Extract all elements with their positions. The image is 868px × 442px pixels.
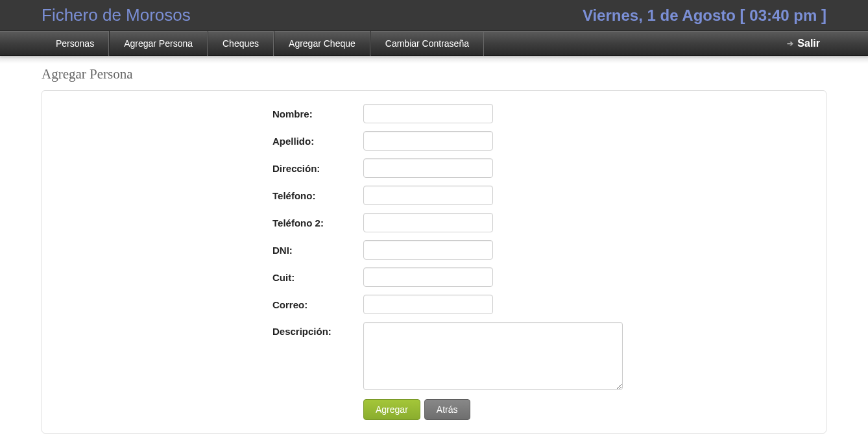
form-row-nombre: Nombre: [272, 104, 813, 123]
form-row-dni: DNI: [272, 240, 813, 260]
form-row-cuit: Cuit: [272, 267, 813, 287]
nav-item-cambiar-contrasena[interactable]: Cambiar Contraseña [370, 31, 484, 56]
input-dni[interactable] [363, 240, 493, 260]
topbar: Fichero de Morosos Viernes, 1 de Agosto … [0, 0, 868, 31]
nav-item-agregar-persona[interactable]: Agregar Persona [109, 31, 208, 56]
form-row-telefono: Teléfono: [272, 186, 813, 205]
input-telefono[interactable] [363, 186, 493, 205]
button-row: Agregar Atrás [363, 399, 813, 420]
label-cuit: Cuit: [272, 272, 363, 283]
form-row-descripcion: Descripción: [272, 322, 813, 390]
app-title: Fichero de Morosos [42, 5, 191, 25]
textarea-descripcion[interactable] [363, 322, 623, 390]
input-telefono2[interactable] [363, 213, 493, 232]
datetime-display: Viernes, 1 de Agosto [ 03:40 pm ] [583, 6, 826, 25]
form-row-correo: Correo: [272, 295, 813, 314]
label-direccion: Dirección: [272, 163, 363, 174]
form-row-telefono2: Teléfono 2: [272, 213, 813, 232]
form-panel: Nombre: Apellido: Dirección: Teléfono: T… [42, 90, 826, 434]
input-cuit[interactable] [363, 267, 493, 287]
label-descripcion: Descripción: [272, 322, 363, 337]
label-telefono2: Teléfono 2: [272, 217, 363, 228]
logout-link[interactable]: ➔ Salir [780, 38, 826, 49]
input-correo[interactable] [363, 295, 493, 314]
nav-item-agregar-cheque[interactable]: Agregar Cheque [274, 31, 370, 56]
page-container: Agregar Persona Nombre: Apellido: Direcc… [0, 66, 868, 434]
input-nombre[interactable] [363, 104, 493, 123]
input-direccion[interactable] [363, 158, 493, 178]
nav-item-cheques[interactable]: Cheques [208, 31, 274, 56]
label-nombre: Nombre: [272, 108, 363, 119]
form-row-direccion: Dirección: [272, 158, 813, 178]
form-inner: Nombre: Apellido: Dirección: Teléfono: T… [272, 104, 813, 420]
label-apellido: Apellido: [272, 136, 363, 147]
page-title: Agregar Persona [42, 66, 826, 82]
form-row-apellido: Apellido: [272, 131, 813, 151]
label-telefono: Teléfono: [272, 190, 363, 201]
back-button[interactable]: Atrás [424, 399, 470, 420]
label-dni: DNI: [272, 245, 363, 256]
arrow-right-icon: ➔ [787, 39, 793, 48]
nav-item-personas[interactable]: Personas [42, 31, 109, 56]
submit-button[interactable]: Agregar [363, 399, 420, 420]
navbar-shadow [0, 56, 868, 64]
logout-label: Salir [797, 38, 820, 49]
label-correo: Correo: [272, 299, 363, 310]
navbar: Personas Agregar Persona Cheques Agregar… [0, 31, 868, 56]
input-apellido[interactable] [363, 131, 493, 151]
